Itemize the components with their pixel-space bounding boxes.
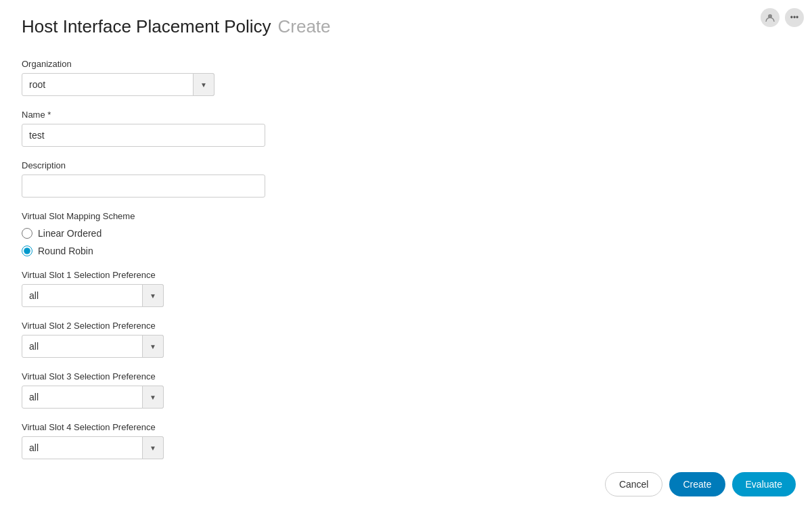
description-input[interactable] bbox=[22, 175, 265, 198]
page-header: Host Interface Placement Policy Create bbox=[22, 16, 790, 37]
organization-select-wrapper: root ▼ bbox=[22, 73, 215, 96]
form-section: Organization root ▼ Name * Description bbox=[22, 59, 360, 459]
virtual-slot-mapping-label: Virtual Slot Mapping Scheme bbox=[22, 211, 360, 221]
description-label: Description bbox=[22, 160, 360, 170]
radio-round-robin-input[interactable] bbox=[22, 246, 32, 256]
slot1-label: Virtual Slot 1 Selection Preference bbox=[22, 270, 360, 280]
slot2-group: Virtual Slot 2 Selection Preference all … bbox=[22, 321, 360, 358]
slot3-label: Virtual Slot 3 Selection Preference bbox=[22, 371, 360, 381]
radio-linear-ordered-input[interactable] bbox=[22, 228, 32, 239]
page-action-label: Create bbox=[278, 16, 331, 37]
slot3-select[interactable]: all bbox=[22, 386, 164, 409]
radio-round-robin-label: Round Robin bbox=[38, 246, 93, 256]
page-title: Host Interface Placement Policy bbox=[22, 16, 271, 37]
slot2-label: Virtual Slot 2 Selection Preference bbox=[22, 321, 360, 331]
name-input[interactable] bbox=[22, 124, 265, 147]
organization-group: Organization root ▼ bbox=[22, 59, 360, 96]
slot2-select-wrapper: all ▼ bbox=[22, 335, 164, 358]
slot4-select-wrapper: all ▼ bbox=[22, 436, 164, 459]
name-group: Name * bbox=[22, 110, 360, 147]
radio-round-robin[interactable]: Round Robin bbox=[22, 246, 360, 256]
slot1-select-wrapper: all ▼ bbox=[22, 284, 164, 307]
slot4-label: Virtual Slot 4 Selection Preference bbox=[22, 422, 360, 432]
user-icon[interactable] bbox=[761, 8, 780, 27]
bottom-actions: Cancel Create Evaluate bbox=[605, 472, 796, 496]
slot4-group: Virtual Slot 4 Selection Preference all … bbox=[22, 422, 360, 459]
more-options-icon[interactable]: ••• bbox=[785, 8, 804, 27]
create-button[interactable]: Create bbox=[669, 472, 725, 496]
slot1-group: Virtual Slot 1 Selection Preference all … bbox=[22, 270, 360, 307]
slot4-select[interactable]: all bbox=[22, 436, 164, 459]
evaluate-button[interactable]: Evaluate bbox=[732, 472, 796, 496]
name-label: Name * bbox=[22, 110, 360, 120]
ellipsis-icon: ••• bbox=[790, 13, 799, 22]
description-group: Description bbox=[22, 160, 360, 198]
slot3-select-wrapper: all ▼ bbox=[22, 386, 164, 409]
radio-linear-ordered[interactable]: Linear Ordered bbox=[22, 228, 360, 239]
slot3-group: Virtual Slot 3 Selection Preference all … bbox=[22, 371, 360, 409]
organization-label: Organization bbox=[22, 59, 360, 69]
cancel-button[interactable]: Cancel bbox=[605, 472, 663, 496]
slot2-select[interactable]: all bbox=[22, 335, 164, 358]
virtual-slot-mapping-group: Virtual Slot Mapping Scheme Linear Order… bbox=[22, 211, 360, 256]
radio-linear-ordered-label: Linear Ordered bbox=[38, 228, 102, 239]
slot1-select[interactable]: all bbox=[22, 284, 164, 307]
organization-select[interactable]: root bbox=[22, 73, 215, 96]
virtual-slot-mapping-radio-group: Linear Ordered Round Robin bbox=[22, 228, 360, 256]
